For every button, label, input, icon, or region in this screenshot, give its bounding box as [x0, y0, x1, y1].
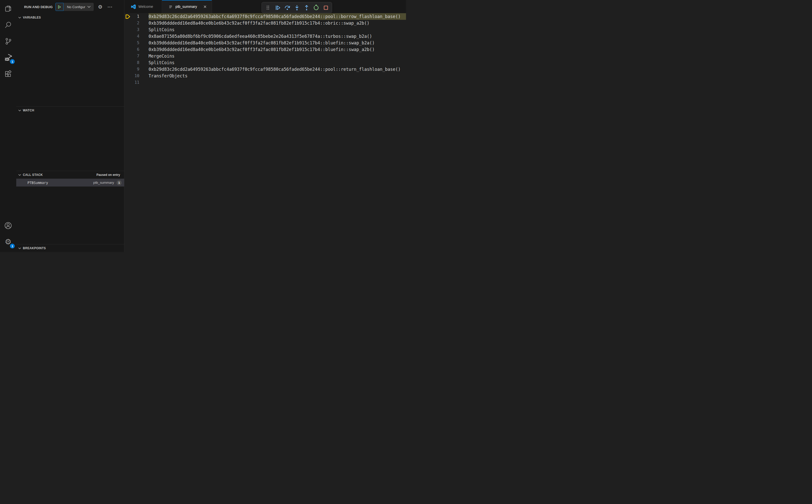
- call-stack-section-header[interactable]: CALL STACK Paused on entry: [16, 171, 124, 179]
- debug-stop-icon: [322, 4, 329, 11]
- code-line[interactable]: 90xb29d83c26cdd2a64959263abbcfc4a6937f0c…: [124, 66, 406, 73]
- code-line[interactable]: 7MergeCoins: [124, 53, 406, 59]
- frame-line-badge: 1: [116, 180, 122, 185]
- list-file-icon: [169, 5, 173, 9]
- call-stack-list: PTBSummaryptb_summary1: [16, 179, 124, 187]
- line-number: 4: [131, 33, 148, 40]
- continue-button[interactable]: [273, 4, 281, 12]
- line-text: 0xb39d6dddedd16ed8a40ce0b1e6b43c92acf0ff…: [148, 20, 406, 26]
- start-debug-button[interactable]: [55, 3, 63, 11]
- line-text: 0xb39d6dddedd16ed8a40ce0b1e6b43c92acf0ff…: [148, 46, 406, 53]
- line-text: [148, 79, 406, 86]
- code-line[interactable]: 40x8ae871505a80d8bf6bf9c05906cda6edfeea4…: [124, 33, 406, 40]
- variables-section: VARIABLES: [16, 14, 124, 106]
- activity-item-extensions[interactable]: [2, 68, 14, 80]
- editor-gutter[interactable]: 9: [124, 66, 148, 73]
- activity-item-search[interactable]: [2, 19, 14, 31]
- line-number: 1: [131, 13, 148, 20]
- line-number: 5: [131, 40, 148, 46]
- line-text: SplitCoins: [148, 59, 406, 66]
- chevron-down-icon: [18, 174, 21, 176]
- account-icon: [4, 221, 12, 230]
- breakpoints-section-header[interactable]: BREAKPOINTS: [16, 244, 124, 252]
- activity-item-accounts[interactable]: [2, 220, 14, 232]
- call-stack-frame[interactable]: PTBSummaryptb_summary1: [16, 179, 124, 187]
- watch-section: WATCH: [16, 106, 124, 171]
- line-number: 7: [131, 53, 148, 59]
- line-number: 8: [131, 59, 148, 66]
- variables-title: VARIABLES: [23, 16, 41, 19]
- editor-group: Welcome ptb_summary: [124, 0, 406, 252]
- start-play-icon: [57, 5, 61, 9]
- code-line[interactable]: 10xb29d83c26cdd2a64959263abbcfc4a6937f0c…: [124, 13, 406, 20]
- code-line[interactable]: 20xb39d6dddedd16ed8a40ce0b1e6b43c92acf0f…: [124, 20, 406, 26]
- code-line[interactable]: 10TransferObjects: [124, 73, 406, 79]
- line-text: 0xb29d83c26cdd2a64959263abbcfc4a6937f0c9…: [148, 66, 406, 73]
- debug-configuration-dropdown[interactable]: No Configur: [63, 3, 94, 11]
- step-over-button[interactable]: [283, 4, 291, 12]
- editor-gutter[interactable]: 5: [124, 40, 148, 46]
- line-text: 0xb39d6dddedd16ed8a40ce0b1e6b43c92acf0ff…: [148, 40, 406, 46]
- debug-step-out-icon: [303, 4, 310, 11]
- call-stack-section: CALL STACK Paused on entry PTBSummaryptb…: [16, 171, 124, 244]
- breakpoints-title: BREAKPOINTS: [23, 246, 46, 250]
- debug-step-into-icon: [293, 4, 300, 11]
- activity-item-source-control[interactable]: [2, 35, 14, 47]
- frame-name: PTBSummary: [27, 181, 48, 185]
- more-actions-icon: ···: [108, 5, 113, 9]
- editor-gutter[interactable]: 7: [124, 53, 148, 59]
- run-and-debug-sidebar: RUN AND DEBUG No Configur ⚙ ···: [16, 0, 124, 252]
- sidebar-title: RUN AND DEBUG: [24, 5, 53, 9]
- code-line[interactable]: 3SplitCoins: [124, 26, 406, 33]
- editor-gutter[interactable]: 4: [124, 33, 148, 40]
- close-icon: [203, 5, 207, 9]
- line-text: 0xb29d83c26cdd2a64959263abbcfc4a6937f0c9…: [148, 13, 406, 20]
- code-lines: 10xb29d83c26cdd2a64959263abbcfc4a6937f0c…: [124, 13, 406, 86]
- code-line[interactable]: 11: [124, 79, 406, 86]
- editor-gutter[interactable]: 11: [124, 79, 148, 86]
- activity-item-settings[interactable]: ⚙ 1: [2, 236, 14, 248]
- close-tab-button[interactable]: [203, 4, 208, 9]
- line-number: 10: [131, 73, 148, 79]
- code-line[interactable]: 50xb39d6dddedd16ed8a40ce0b1e6b43c92acf0f…: [124, 40, 406, 46]
- editor-gutter[interactable]: 6: [124, 46, 148, 53]
- activity-item-run-and-debug[interactable]: 1: [2, 51, 14, 63]
- watch-section-header[interactable]: WATCH: [16, 107, 124, 114]
- source-control-icon: [4, 37, 12, 45]
- chevron-down-icon: [18, 247, 21, 249]
- files-icon: [4, 5, 12, 13]
- tab-welcome-label: Welcome: [138, 5, 153, 9]
- editor-gutter[interactable]: 1: [124, 13, 148, 20]
- stop-button[interactable]: [322, 4, 330, 12]
- code-line[interactable]: 60xb39d6dddedd16ed8a40ce0b1e6b43c92acf0f…: [124, 46, 406, 53]
- debug-stopped-arrow-icon: [125, 14, 130, 19]
- debug-settings-button[interactable]: ⚙: [97, 4, 104, 10]
- debug-step-over-icon: [284, 4, 291, 11]
- editor-gutter[interactable]: 8: [124, 59, 148, 66]
- debug-toolbar: [261, 2, 332, 13]
- chevron-down-icon: [18, 17, 21, 19]
- code-line[interactable]: 8SplitCoins: [124, 59, 406, 66]
- drag-grip-icon: [265, 4, 271, 11]
- activity-item-explorer[interactable]: [2, 3, 14, 15]
- tab-ptb-summary[interactable]: ptb_summary: [162, 0, 212, 13]
- tab-ptb-summary-label: ptb_summary: [175, 5, 197, 9]
- editor-gutter[interactable]: 3: [124, 26, 148, 33]
- sidebar-header: RUN AND DEBUG No Configur ⚙ ···: [16, 0, 124, 14]
- line-number: 9: [131, 66, 148, 73]
- editor-gutter[interactable]: 10: [124, 73, 148, 79]
- variables-section-header[interactable]: VARIABLES: [16, 14, 124, 21]
- step-out-button[interactable]: [302, 4, 310, 12]
- chevron-down-icon: [87, 6, 91, 8]
- settings-badge: 1: [10, 244, 15, 248]
- tab-welcome[interactable]: Welcome: [124, 0, 162, 13]
- line-number: 11: [131, 79, 148, 86]
- call-stack-title: CALL STACK: [23, 173, 43, 177]
- editor-gutter[interactable]: 2: [124, 20, 148, 26]
- debug-continue-icon: [274, 4, 281, 11]
- more-actions-button[interactable]: ···: [107, 4, 113, 10]
- start-debug-control: No Configur: [55, 3, 94, 11]
- restart-button[interactable]: [312, 4, 320, 12]
- toolbar-drag-handle[interactable]: [264, 4, 272, 12]
- step-into-button[interactable]: [293, 4, 301, 12]
